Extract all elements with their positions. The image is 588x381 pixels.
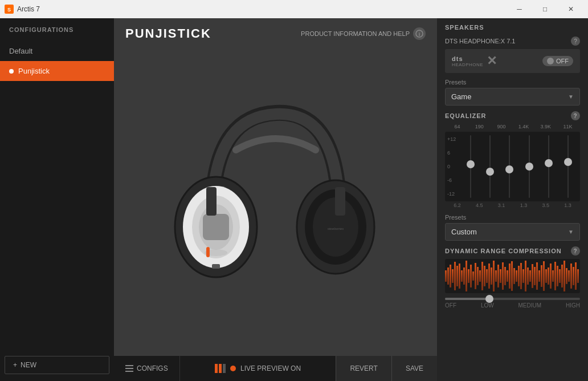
- svg-rect-14: [206, 187, 217, 216]
- svg-rect-8: [203, 214, 229, 240]
- eq-track-3: [509, 135, 510, 198]
- svg-rect-36: [479, 270, 481, 282]
- eq-help-icon[interactable]: ?: [571, 111, 580, 120]
- svg-rect-49: [509, 264, 511, 289]
- eq-handle-6[interactable]: [564, 158, 572, 166]
- eq-handle-2[interactable]: [486, 168, 494, 176]
- eq-handle-5[interactable]: [545, 159, 553, 167]
- dts-status-label: OFF: [556, 58, 569, 64]
- save-button[interactable]: SAVE: [391, 356, 437, 381]
- maximize-button[interactable]: □: [532, 0, 558, 18]
- drc-label: DYNAMIC RANGE COMPRESSION: [445, 248, 562, 254]
- preset-dropdown-2[interactable]: Custom ▼: [445, 223, 580, 241]
- dts-section: DTS HEADPHONE:X 7.1 ? dts HEADPHONE ✕ OF…: [445, 37, 580, 73]
- svg-rect-67: [550, 264, 552, 289]
- sidebar-item-default-label: Default: [9, 47, 32, 55]
- main-content: PUNJISTICK PRODUCT INFORMATION AND HELP …: [114, 18, 437, 381]
- close-button[interactable]: ✕: [558, 0, 583, 18]
- sidebar-item-default[interactable]: Default: [0, 41, 114, 61]
- drc-help-icon[interactable]: ?: [571, 246, 580, 256]
- svg-rect-60: [534, 267, 536, 285]
- new-config-button[interactable]: + NEW: [5, 356, 109, 374]
- toggle-circle: [547, 58, 554, 64]
- eq-handle-3[interactable]: [505, 165, 513, 173]
- svg-rect-55: [522, 269, 524, 283]
- svg-rect-35: [477, 267, 479, 285]
- svg-rect-56: [525, 261, 526, 291]
- configs-label: CONFIGS: [137, 364, 168, 372]
- titlebar: S Arctis 7 ─ □ ✕: [0, 0, 588, 18]
- presets-section-1: Presets Game ▼: [445, 79, 580, 106]
- svg-rect-17: [212, 264, 220, 269]
- svg-rect-59: [532, 264, 533, 288]
- dts-help-icon[interactable]: ?: [571, 37, 580, 46]
- svg-rect-63: [541, 265, 542, 287]
- titlebar-left: S Arctis 7: [5, 5, 40, 14]
- svg-rect-43: [495, 270, 497, 282]
- svg-rect-61: [536, 262, 538, 290]
- app-title: Arctis 7: [17, 5, 40, 13]
- eq-freq-1k4: 1.4K: [516, 124, 532, 129]
- drc-help-label: ?: [573, 248, 577, 254]
- sidebar-item-punjistick-label: Punjistick: [18, 67, 50, 75]
- eq-side-n12: -12: [447, 191, 459, 197]
- dts-x-logo: ✕: [487, 54, 497, 68]
- eq-help-label: ?: [573, 113, 577, 119]
- product-info-icon: i: [413, 27, 426, 40]
- sidebar-item-punjistick[interactable]: Punjistick: [0, 61, 114, 81]
- device-name: PUNJISTICK: [125, 26, 211, 41]
- eq-val-1: 6.2: [449, 202, 465, 208]
- drc-handle[interactable]: [485, 295, 493, 303]
- chevron-down-icon-1: ▼: [568, 94, 574, 100]
- svg-rect-68: [552, 270, 554, 282]
- svg-rect-31: [468, 269, 469, 283]
- window-controls: ─ □ ✕: [507, 0, 583, 18]
- sidebar-footer: + NEW: [0, 349, 114, 381]
- eq-side-6: 6: [447, 150, 459, 156]
- svg-rect-74: [566, 268, 567, 284]
- dts-text-headphone: HEADPHONE: [452, 62, 483, 67]
- svg-rect-62: [538, 270, 540, 282]
- minimize-button[interactable]: ─: [507, 0, 532, 18]
- eq-track-6: [567, 135, 569, 198]
- eq-handle-4[interactable]: [525, 163, 533, 171]
- eq-band-4: [524, 135, 535, 198]
- eq-band-6: [562, 135, 574, 198]
- dts-toggle-button[interactable]: dts HEADPHONE ✕ OFF: [445, 49, 580, 73]
- dts-text-dts: dts: [452, 55, 463, 62]
- live-dot-2: [219, 364, 222, 373]
- preset-dropdown-1[interactable]: Game ▼: [445, 88, 580, 106]
- bottom-bar: CONFIGS LIVE PREVIEW ON REVERT SAVE: [114, 356, 437, 381]
- dts-help-label: ?: [574, 38, 577, 44]
- svg-rect-70: [557, 266, 558, 286]
- drc-section-title: DYNAMIC RANGE COMPRESSION ?: [445, 246, 580, 256]
- svg-rect-77: [573, 267, 574, 285]
- eq-val-6: 1.3: [560, 202, 576, 208]
- product-info-link[interactable]: PRODUCT INFORMATION AND HELP i: [301, 27, 426, 40]
- revert-button[interactable]: REVERT: [336, 356, 391, 381]
- eq-val-2: 4.5: [471, 202, 487, 208]
- eq-section-title: EQUALIZER ?: [445, 111, 580, 120]
- svg-rect-65: [545, 269, 547, 283]
- list-icon: [125, 365, 133, 372]
- drc-fill: [445, 298, 489, 300]
- svg-text:i: i: [419, 31, 420, 37]
- svg-rect-29: [463, 267, 465, 285]
- eq-side-labels: +12 6 0 -6 -12: [447, 135, 461, 198]
- svg-rect-42: [493, 261, 495, 291]
- svg-rect-34: [475, 263, 476, 289]
- headphone-image-area: steelseries: [114, 47, 437, 356]
- eq-freq-11k: 11K: [560, 124, 576, 129]
- eq-handle-1[interactable]: [467, 160, 475, 168]
- svg-rect-33: [472, 271, 474, 281]
- svg-rect-18: [125, 365, 133, 366]
- svg-rect-28: [461, 270, 463, 282]
- configs-button[interactable]: CONFIGS: [114, 356, 180, 381]
- eq-band-1: [465, 135, 476, 198]
- live-preview-section: LIVE PREVIEW ON: [180, 364, 336, 373]
- svg-rect-25: [454, 262, 456, 290]
- svg-rect-46: [502, 262, 504, 290]
- svg-rect-50: [511, 261, 513, 291]
- svg-rect-69: [554, 262, 556, 290]
- presets-label-2: Presets: [445, 214, 580, 221]
